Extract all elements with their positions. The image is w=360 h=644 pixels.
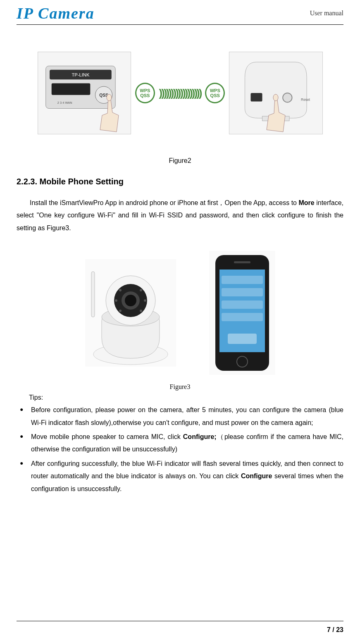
badge-text-qss: QSS (210, 93, 220, 98)
section-heading: 2.2.3. Mobile Phone Setting (17, 177, 343, 186)
svg-rect-29 (234, 261, 250, 263)
svg-point-25 (140, 310, 142, 312)
camera-front-image (85, 259, 176, 367)
svg-rect-32 (222, 301, 263, 309)
item-text-pre: Move mobile phone speaker to camera MIC,… (31, 433, 183, 440)
svg-rect-34 (228, 334, 257, 344)
item-text-pre: Before configuration, please power on th… (31, 406, 343, 426)
figure2-caption: Figure2 (17, 157, 343, 165)
svg-point-24 (119, 310, 122, 312)
logo: IP Camera (17, 4, 95, 22)
list-item: Move mobile phone speaker to camera MIC,… (17, 431, 343, 456)
list-item: After configuring successfully, the blue… (17, 458, 343, 495)
signal-waves-icon: )))))))))))))))))) (159, 87, 201, 100)
tips-list: Before configuration, please power on th… (17, 404, 343, 495)
svg-point-20 (119, 289, 122, 291)
figure2-image: TP-LINK QSS 2 3 4 WAN WPS QSS ))))))))))… (17, 33, 343, 153)
svg-point-19 (125, 295, 136, 306)
svg-point-23 (144, 299, 146, 302)
svg-text:TP-LINK: TP-LINK (72, 72, 90, 77)
wps-qss-badge-right: WPS QSS (205, 83, 225, 103)
hand-icon (254, 93, 296, 142)
svg-rect-3 (51, 83, 90, 95)
svg-text:2   3   4   WAN: 2 3 4 WAN (57, 101, 72, 105)
badge-text-wps: WPS (140, 88, 150, 93)
list-item: Before configuration, please power on th… (17, 404, 343, 429)
svg-point-12 (273, 94, 278, 101)
para-text-bold: More (298, 199, 314, 206)
header-right-text: User manual (310, 10, 343, 17)
svg-point-22 (115, 299, 117, 302)
figure3-image (17, 247, 343, 379)
header: IP Camera User manual (17, 0, 343, 25)
figure3-caption: Figure3 (17, 383, 343, 391)
footer-line (17, 621, 343, 621)
badge-text-qss: QSS (140, 93, 150, 98)
svg-rect-33 (222, 313, 263, 321)
item-text-bold: Configure; (183, 433, 217, 440)
svg-point-21 (140, 289, 142, 291)
svg-rect-31 (222, 288, 263, 296)
item-text-bold: Configure (241, 472, 272, 479)
wps-qss-badge-left: WPS QSS (135, 83, 155, 103)
badge-text-wps: WPS (210, 88, 220, 93)
page-number: 7 / 23 (327, 626, 343, 634)
svg-point-7 (107, 94, 112, 101)
tips-label: Tips: (29, 394, 343, 401)
svg-rect-30 (222, 276, 263, 284)
section-paragraph: Install the iSmartViewPro App in android… (17, 197, 343, 234)
para-text-pre: Install the iSmartViewPro App in android… (30, 199, 298, 206)
svg-text:Reset: Reset (301, 98, 310, 102)
svg-rect-13 (91, 272, 95, 317)
hand-icon (88, 93, 129, 142)
camera-back-image: Reset (229, 52, 323, 134)
router-image: TP-LINK QSS 2 3 4 WAN (38, 52, 131, 134)
phone-image (209, 251, 275, 375)
